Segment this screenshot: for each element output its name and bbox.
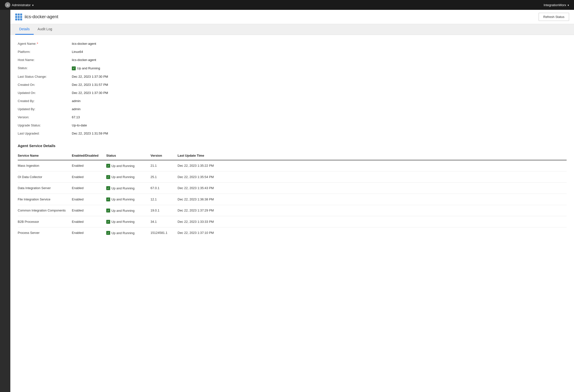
version-label: Version: <box>18 114 72 120</box>
table-row: B2B ProcessorEnabled✓ Up and Running34.1… <box>18 216 567 227</box>
service-status-check-icon: ✓ <box>106 208 110 212</box>
version-value: 67.13 <box>72 114 567 120</box>
service-status-badge: ✓ Up and Running <box>106 208 135 212</box>
service-status-check-icon: ✓ <box>106 197 110 201</box>
details-grid: Agent Name:* iics-docker-agent Platform:… <box>18 41 567 136</box>
top-navbar: a Administrator IntegrationWorx <box>0 0 574 10</box>
col-header-service-name: Service Name <box>18 152 72 160</box>
service-status-check-icon: ✓ <box>106 175 110 179</box>
updated-on-value: Dec 22, 2023 1:37:30 PM <box>72 90 567 96</box>
service-status-badge: ✓ Up and Running <box>106 186 135 190</box>
service-name-cell: Mass Ingestion <box>18 160 72 171</box>
service-status-cell: ✓ Up and Running <box>106 227 150 238</box>
table-row: OI Data CollectorEnabled✓ Up and Running… <box>18 171 567 183</box>
table-row: Common Integration ComponentsEnabled✓ Up… <box>18 205 567 216</box>
last-status-change-label: Last Status Change: <box>18 74 72 80</box>
service-status-text: Up and Running <box>111 164 135 168</box>
created-on-value: Dec 22, 2023 1:31:57 PM <box>72 82 567 87</box>
nav-right[interactable]: IntegrationWorx <box>544 3 569 7</box>
tab-details[interactable]: Details <box>15 24 34 35</box>
grid-icon <box>15 14 22 21</box>
service-table: Service Name Enabled/Disabled Status Ver… <box>18 152 567 239</box>
upgrade-status-label: Upgrade Status: <box>18 123 72 128</box>
service-status-cell: ✓ Up and Running <box>106 171 150 183</box>
service-status-text: Up and Running <box>111 220 135 224</box>
service-name-cell: Data Integration Server <box>18 183 72 194</box>
service-status-cell: ✓ Up and Running <box>106 183 150 194</box>
status-check-icon: ✓ <box>72 66 76 70</box>
service-status-check-icon: ✓ <box>106 164 110 168</box>
col-header-version: Version <box>150 152 178 160</box>
user-name[interactable]: Administrator <box>12 3 34 7</box>
service-enabled-cell: Enabled <box>72 194 106 205</box>
host-name-value: iics-docker-agent <box>72 57 567 63</box>
table-row: File Integration ServiceEnabled✓ Up and … <box>18 194 567 205</box>
agent-name-value: iics-docker-agent <box>72 41 567 46</box>
created-by-value: admin <box>72 98 567 104</box>
status-text: Up and Running <box>77 66 100 70</box>
service-version-cell: 21.1 <box>150 160 178 171</box>
service-name-cell: File Integration Service <box>18 194 72 205</box>
service-last-update-cell: Dec 22, 2023 1:33:33 PM <box>178 216 567 227</box>
table-row: Process ServerEnabled✓ Up and Running151… <box>18 227 567 238</box>
app-name-label: IntegrationWorx <box>544 3 566 7</box>
updated-on-label: Updated On: <box>18 90 72 96</box>
last-upgraded-label: Last Upgraded: <box>18 131 72 136</box>
refresh-status-button[interactable]: Refresh Status <box>539 13 569 21</box>
created-on-label: Created On: <box>18 82 72 87</box>
agent-service-section-title: Agent Service Details <box>18 144 567 148</box>
service-status-check-icon: ✓ <box>106 231 110 235</box>
service-enabled-cell: Enabled <box>72 171 106 183</box>
updated-by-label: Updated By: <box>18 106 72 112</box>
status-badge: ✓ Up and Running <box>72 66 100 70</box>
page-title: iics-docker-agent <box>25 14 58 20</box>
service-status-badge: ✓ Up and Running <box>106 220 135 224</box>
service-name-cell: Common Integration Components <box>18 205 72 216</box>
service-status-cell: ✓ Up and Running <box>106 216 150 227</box>
service-status-badge: ✓ Up and Running <box>106 231 135 235</box>
service-status-check-icon: ✓ <box>106 220 110 224</box>
service-last-update-cell: Dec 22, 2023 1:37:10 PM <box>178 227 567 238</box>
service-last-update-cell: Dec 22, 2023 1:35:22 PM <box>178 160 567 171</box>
table-row: Data Integration ServerEnabled✓ Up and R… <box>18 183 567 194</box>
service-status-badge: ✓ Up and Running <box>106 175 135 179</box>
status-label: Status: <box>18 65 72 71</box>
nav-left: a Administrator <box>5 2 34 8</box>
upgrade-status-value: Up-to-date <box>72 123 567 128</box>
user-avatar: a <box>5 2 10 8</box>
service-version-cell: 34.1 <box>150 216 178 227</box>
agent-name-label: Agent Name:* <box>18 41 72 46</box>
service-enabled-cell: Enabled <box>72 216 106 227</box>
col-header-status: Status <box>106 152 150 160</box>
service-status-text: Up and Running <box>111 175 135 179</box>
user-name-label: Administrator <box>12 3 31 7</box>
header-title-area: iics-docker-agent <box>15 14 58 21</box>
table-row: Mass IngestionEnabled✓ Up and Running21.… <box>18 160 567 171</box>
service-name-cell: Process Server <box>18 227 72 238</box>
service-version-cell: 25.1 <box>150 171 178 183</box>
service-version-cell: 15124581.1 <box>150 227 178 238</box>
service-enabled-cell: Enabled <box>72 160 106 171</box>
service-status-cell: ✓ Up and Running <box>106 205 150 216</box>
col-header-last-update: Last Update Time <box>178 152 567 160</box>
service-last-update-cell: Dec 22, 2023 1:37:29 PM <box>178 205 567 216</box>
platform-label: Platform: <box>18 49 72 55</box>
table-header-row: Service Name Enabled/Disabled Status Ver… <box>18 152 567 160</box>
layout: iics-docker-agent Refresh Status Details… <box>0 10 574 392</box>
service-version-cell: 19.0.1 <box>150 205 178 216</box>
agent-service-section: Agent Service Details Service Name Enabl… <box>18 144 567 239</box>
sidebar <box>0 10 10 392</box>
tab-audit-log[interactable]: Audit Log <box>34 24 56 35</box>
header-bar: iics-docker-agent Refresh Status <box>10 10 574 24</box>
service-status-text: Up and Running <box>111 197 135 201</box>
content-area: Agent Name:* iics-docker-agent Platform:… <box>10 35 574 244</box>
service-status-badge: ✓ Up and Running <box>106 197 135 201</box>
status-value: ✓ Up and Running <box>72 65 567 71</box>
last-status-change-value: Dec 22, 2023 1:37:30 PM <box>72 74 567 80</box>
col-header-enabled: Enabled/Disabled <box>72 152 106 160</box>
service-version-cell: 67.0.1 <box>150 183 178 194</box>
service-status-cell: ✓ Up and Running <box>106 194 150 205</box>
tabs-bar: Details Audit Log <box>10 24 574 35</box>
last-upgraded-value: Dec 22, 2023 1:31:59 PM <box>72 131 567 136</box>
created-by-label: Created By: <box>18 98 72 104</box>
